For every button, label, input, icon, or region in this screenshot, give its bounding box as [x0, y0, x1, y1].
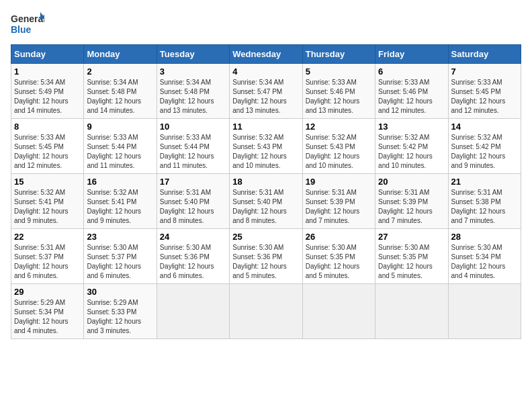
- day-number: 30: [87, 287, 153, 297]
- day-detail: Sunrise: 5:30 AMSunset: 5:36 PMDaylight:…: [160, 243, 226, 281]
- calendar-week-3: 15Sunrise: 5:32 AMSunset: 5:41 PMDayligh…: [11, 174, 521, 229]
- calendar-cell: [302, 284, 375, 339]
- day-detail: Sunrise: 5:31 AMSunset: 5:37 PMDaylight:…: [14, 243, 81, 281]
- logo-svg: General Blue: [11, 11, 44, 38]
- day-detail: Sunrise: 5:32 AMSunset: 5:43 PMDaylight:…: [232, 133, 299, 171]
- calendar-week-1: 1Sunrise: 5:34 AMSunset: 5:49 PMDaylight…: [11, 64, 521, 119]
- calendar-cell: 17Sunrise: 5:31 AMSunset: 5:40 PMDayligh…: [157, 174, 229, 229]
- calendar-cell: 16Sunrise: 5:32 AMSunset: 5:41 PMDayligh…: [84, 174, 157, 229]
- day-number: 23: [87, 232, 153, 242]
- day-number: 11: [232, 122, 299, 132]
- calendar-cell: 12Sunrise: 5:32 AMSunset: 5:43 PMDayligh…: [302, 119, 375, 174]
- day-detail: Sunrise: 5:33 AMSunset: 5:46 PMDaylight:…: [378, 78, 445, 116]
- day-number: 29: [14, 287, 81, 297]
- day-detail: Sunrise: 5:33 AMSunset: 5:45 PMDaylight:…: [14, 133, 81, 171]
- day-detail: Sunrise: 5:31 AMSunset: 5:40 PMDaylight:…: [232, 188, 299, 226]
- day-number: 19: [306, 177, 372, 187]
- day-number: 28: [451, 232, 518, 242]
- calendar-week-4: 22Sunrise: 5:31 AMSunset: 5:37 PMDayligh…: [11, 229, 521, 284]
- day-detail: Sunrise: 5:32 AMSunset: 5:41 PMDaylight:…: [14, 188, 81, 226]
- calendar-cell: 28Sunrise: 5:30 AMSunset: 5:34 PMDayligh…: [448, 229, 521, 284]
- day-number: 8: [14, 122, 81, 132]
- calendar-cell: 18Sunrise: 5:31 AMSunset: 5:40 PMDayligh…: [230, 174, 302, 229]
- calendar-cell: 15Sunrise: 5:32 AMSunset: 5:41 PMDayligh…: [11, 174, 84, 229]
- calendar-cell: 22Sunrise: 5:31 AMSunset: 5:37 PMDayligh…: [11, 229, 84, 284]
- calendar-cell: 1Sunrise: 5:34 AMSunset: 5:49 PMDaylight…: [11, 64, 84, 119]
- day-number: 1: [14, 66, 81, 77]
- day-number: 3: [160, 66, 226, 77]
- day-number: 21: [451, 177, 518, 187]
- calendar-cell: 23Sunrise: 5:30 AMSunset: 5:37 PMDayligh…: [84, 229, 157, 284]
- calendar-cell: 5Sunrise: 5:33 AMSunset: 5:46 PMDaylight…: [302, 64, 375, 119]
- day-detail: Sunrise: 5:31 AMSunset: 5:38 PMDaylight:…: [451, 188, 518, 226]
- day-detail: Sunrise: 5:34 AMSunset: 5:48 PMDaylight:…: [87, 78, 153, 116]
- day-number: 25: [232, 232, 299, 242]
- day-number: 13: [378, 122, 445, 132]
- calendar-cell: 4Sunrise: 5:34 AMSunset: 5:47 PMDaylight…: [230, 64, 302, 119]
- day-detail: Sunrise: 5:32 AMSunset: 5:42 PMDaylight:…: [451, 133, 518, 171]
- day-number: 27: [378, 232, 445, 242]
- day-number: 22: [14, 232, 81, 242]
- day-number: 5: [306, 66, 372, 77]
- day-detail: Sunrise: 5:32 AMSunset: 5:42 PMDaylight:…: [378, 133, 445, 171]
- calendar-header-row: SundayMondayTuesdayWednesdayThursdayFrid…: [11, 45, 521, 64]
- calendar-cell: 2Sunrise: 5:34 AMSunset: 5:48 PMDaylight…: [84, 64, 157, 119]
- page-header: General Blue: [11, 11, 521, 38]
- day-number: 26: [306, 232, 372, 242]
- calendar-cell: 21Sunrise: 5:31 AMSunset: 5:38 PMDayligh…: [448, 174, 521, 229]
- day-number: 10: [160, 122, 226, 132]
- svg-text:General: General: [11, 13, 44, 24]
- day-number: 12: [306, 122, 372, 132]
- day-detail: Sunrise: 5:30 AMSunset: 5:37 PMDaylight:…: [87, 243, 153, 281]
- logo: General Blue: [11, 11, 44, 38]
- day-number: 6: [378, 66, 445, 77]
- day-number: 17: [160, 177, 226, 187]
- day-detail: Sunrise: 5:33 AMSunset: 5:45 PMDaylight:…: [451, 78, 518, 116]
- day-detail: Sunrise: 5:34 AMSunset: 5:47 PMDaylight:…: [232, 78, 299, 116]
- calendar-cell: 3Sunrise: 5:34 AMSunset: 5:48 PMDaylight…: [157, 64, 229, 119]
- calendar-cell: 27Sunrise: 5:30 AMSunset: 5:35 PMDayligh…: [375, 229, 448, 284]
- day-detail: Sunrise: 5:31 AMSunset: 5:40 PMDaylight:…: [160, 188, 226, 226]
- day-detail: Sunrise: 5:29 AMSunset: 5:34 PMDaylight:…: [14, 298, 81, 336]
- calendar-cell: 8Sunrise: 5:33 AMSunset: 5:45 PMDaylight…: [11, 119, 84, 174]
- calendar-cell: 24Sunrise: 5:30 AMSunset: 5:36 PMDayligh…: [157, 229, 229, 284]
- day-detail: Sunrise: 5:34 AMSunset: 5:49 PMDaylight:…: [14, 78, 81, 116]
- day-detail: Sunrise: 5:32 AMSunset: 5:41 PMDaylight:…: [87, 188, 153, 226]
- calendar-cell: [230, 284, 302, 339]
- calendar-cell: 19Sunrise: 5:31 AMSunset: 5:39 PMDayligh…: [302, 174, 375, 229]
- calendar-cell: 30Sunrise: 5:29 AMSunset: 5:33 PMDayligh…: [84, 284, 157, 339]
- header-monday: Monday: [84, 45, 157, 64]
- calendar-cell: 6Sunrise: 5:33 AMSunset: 5:46 PMDaylight…: [375, 64, 448, 119]
- header-saturday: Saturday: [448, 45, 521, 64]
- calendar-cell: [157, 284, 229, 339]
- day-number: 2: [87, 66, 153, 77]
- day-detail: Sunrise: 5:33 AMSunset: 5:44 PMDaylight:…: [160, 133, 226, 171]
- day-detail: Sunrise: 5:31 AMSunset: 5:39 PMDaylight:…: [378, 188, 445, 226]
- day-detail: Sunrise: 5:30 AMSunset: 5:36 PMDaylight:…: [232, 243, 299, 281]
- header-wednesday: Wednesday: [230, 45, 302, 64]
- calendar-table: SundayMondayTuesdayWednesdayThursdayFrid…: [11, 44, 521, 339]
- day-detail: Sunrise: 5:30 AMSunset: 5:35 PMDaylight:…: [306, 243, 372, 281]
- day-number: 9: [87, 122, 153, 132]
- calendar-cell: 25Sunrise: 5:30 AMSunset: 5:36 PMDayligh…: [230, 229, 302, 284]
- calendar-cell: 20Sunrise: 5:31 AMSunset: 5:39 PMDayligh…: [375, 174, 448, 229]
- calendar-cell: 10Sunrise: 5:33 AMSunset: 5:44 PMDayligh…: [157, 119, 229, 174]
- calendar-cell: [375, 284, 448, 339]
- day-detail: Sunrise: 5:33 AMSunset: 5:44 PMDaylight:…: [87, 133, 153, 171]
- calendar-week-2: 8Sunrise: 5:33 AMSunset: 5:45 PMDaylight…: [11, 119, 521, 174]
- calendar-cell: 9Sunrise: 5:33 AMSunset: 5:44 PMDaylight…: [84, 119, 157, 174]
- day-number: 18: [232, 177, 299, 187]
- day-number: 16: [87, 177, 153, 187]
- calendar-cell: 29Sunrise: 5:29 AMSunset: 5:34 PMDayligh…: [11, 284, 84, 339]
- day-detail: Sunrise: 5:31 AMSunset: 5:39 PMDaylight:…: [306, 188, 372, 226]
- calendar-cell: 13Sunrise: 5:32 AMSunset: 5:42 PMDayligh…: [375, 119, 448, 174]
- calendar-week-5: 29Sunrise: 5:29 AMSunset: 5:34 PMDayligh…: [11, 284, 521, 339]
- day-number: 4: [232, 66, 299, 77]
- calendar-cell: 7Sunrise: 5:33 AMSunset: 5:45 PMDaylight…: [448, 64, 521, 119]
- day-detail: Sunrise: 5:29 AMSunset: 5:33 PMDaylight:…: [87, 298, 153, 336]
- day-number: 20: [378, 177, 445, 187]
- header-friday: Friday: [375, 45, 448, 64]
- calendar-cell: [448, 284, 521, 339]
- calendar-cell: 11Sunrise: 5:32 AMSunset: 5:43 PMDayligh…: [230, 119, 302, 174]
- day-number: 14: [451, 122, 518, 132]
